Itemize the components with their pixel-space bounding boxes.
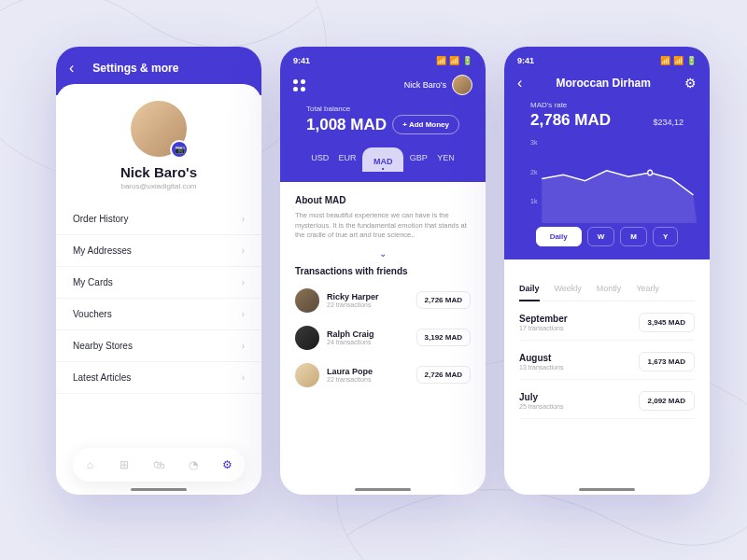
- currency-tab[interactable]: EUR: [335, 147, 360, 171]
- transaction-row[interactable]: Ricky Harper22 transactions2,726 MAD: [295, 282, 471, 319]
- status-icons: 📶📶🔋: [660, 56, 697, 65]
- home-indicator: [355, 488, 411, 491]
- currency-tab[interactable]: YEN: [433, 147, 458, 171]
- period-tab[interactable]: Weekly: [555, 284, 582, 293]
- settings-screen: ‹ Settings & more 📷 Nick Baro's baros@ux…: [56, 47, 261, 495]
- expand-icon[interactable]: ⌄: [295, 248, 471, 259]
- gear-icon[interactable]: ⚙: [221, 458, 234, 471]
- rate-usd: $234,12: [653, 118, 684, 127]
- period-tab[interactable]: Montly: [597, 284, 622, 293]
- home-indicator: [131, 488, 187, 491]
- about-title: About MAD: [295, 195, 471, 205]
- balance-screen: 9:41 📶📶🔋 Nick Baro's Total balance 1,008…: [280, 47, 486, 495]
- status-icons: 📶📶🔋: [436, 56, 472, 65]
- amount-badge: 2,092 MAD: [639, 391, 695, 411]
- list-item[interactable]: Vouchers›: [56, 299, 261, 330]
- amount-badge: 1,673 MAD: [639, 352, 695, 371]
- amount-badge: 3,192 MAD: [416, 329, 471, 346]
- transaction-row[interactable]: Laura Pope22 transactions2,726 MAD: [295, 357, 471, 394]
- transactions-list: Ricky Harper22 transactions2,726 MADRalp…: [295, 282, 471, 394]
- amount-badge: 2,726 MAD: [416, 366, 471, 384]
- avatar: [452, 75, 472, 95]
- month-row[interactable]: August13 transactions1,673 MAD: [519, 341, 695, 380]
- balance-value: 1,008 MAD: [306, 116, 387, 134]
- add-money-button[interactable]: + Add Money: [392, 115, 459, 134]
- about-description: The most beautiful experience we can hav…: [295, 211, 471, 241]
- chevron-right-icon: ›: [242, 341, 245, 351]
- content: 📷 Nick Baro's baros@uxiadigital.com Orde…: [56, 84, 261, 394]
- range-button[interactable]: W: [587, 227, 615, 246]
- transactions-title: Transactions with friends: [295, 266, 471, 276]
- status-bar: 9:41 📶📶🔋: [517, 56, 697, 65]
- rate-value: 2,786 MAD: [530, 111, 611, 130]
- status-time: 9:41: [517, 56, 534, 65]
- currency-tab[interactable]: MAD: [362, 147, 404, 172]
- balance-label: Total balance: [306, 105, 459, 113]
- period-tab[interactable]: Daily: [519, 284, 540, 293]
- bag-icon[interactable]: 🛍: [152, 458, 165, 471]
- page-title: Moroccan Dirham: [556, 77, 650, 90]
- chart-icon[interactable]: ◔: [187, 458, 200, 471]
- bottom-nav: ⌂ ⊞ 🛍 ◔ ⚙: [73, 448, 245, 482]
- home-indicator: [579, 488, 635, 491]
- chevron-right-icon: ›: [242, 309, 245, 319]
- header: 9:41 📶📶🔋 Nick Baro's Total balance 1,008…: [280, 47, 486, 182]
- amount-badge: 2,726 MAD: [416, 291, 471, 309]
- page-title: Settings & more: [92, 62, 178, 75]
- months-list: September17 transactions3,945 MADAugust1…: [519, 301, 695, 419]
- range-button[interactable]: M: [620, 227, 647, 246]
- gear-icon[interactable]: ⚙: [684, 76, 697, 91]
- month-row[interactable]: July25 transactions2,092 MAD: [519, 380, 695, 419]
- chevron-right-icon: ›: [242, 277, 245, 287]
- avatar[interactable]: 📷: [131, 101, 187, 157]
- currency-tab[interactable]: USD: [307, 147, 332, 171]
- status-bar: 9:41 📶📶🔋: [293, 56, 472, 65]
- header: 9:41 📶📶🔋 ‹ Moroccan Dirham ⚙ MAD's rate …: [504, 47, 710, 259]
- range-button[interactable]: Y: [653, 227, 678, 246]
- range-button[interactable]: Daily: [536, 227, 582, 246]
- rate-screen: 9:41 📶📶🔋 ‹ Moroccan Dirham ⚙ MAD's rate …: [504, 47, 710, 495]
- list-item[interactable]: Nearby Stores›: [56, 330, 261, 362]
- transaction-row[interactable]: Ralph Craig24 transactions3,192 MAD: [295, 319, 471, 357]
- avatar: [295, 326, 319, 350]
- chevron-right-icon: ›: [242, 214, 245, 224]
- menu-icon[interactable]: [293, 79, 305, 91]
- home-icon[interactable]: ⌂: [83, 458, 96, 471]
- content: DailyWeeklyMontlyYearly September17 tran…: [504, 271, 710, 432]
- rate-label: MAD's rate: [530, 101, 684, 109]
- status-time: 9:41: [293, 56, 310, 65]
- period-tab[interactable]: Yearly: [636, 284, 659, 293]
- back-icon[interactable]: ‹: [69, 60, 74, 77]
- grid-icon[interactable]: ⊞: [118, 458, 131, 471]
- currency-tabs: USDEURMADGBPYEN: [306, 147, 459, 171]
- avatar: [295, 363, 319, 387]
- currency-tab[interactable]: GBP: [406, 147, 431, 171]
- user-name: Nick Baro's: [56, 164, 261, 180]
- avatar: [295, 288, 319, 313]
- user-name: Nick Baro's: [404, 80, 446, 90]
- rate-chart: 3k2k1k: [517, 139, 697, 223]
- user-chip[interactable]: Nick Baro's: [404, 75, 472, 95]
- chevron-right-icon: ›: [242, 372, 245, 383]
- list-item[interactable]: My Addresses›: [56, 235, 261, 267]
- list-item[interactable]: My Cards›: [56, 267, 261, 299]
- user-email: baros@uxiadigital.com: [56, 182, 261, 190]
- svg-point-1: [648, 171, 651, 175]
- list-item[interactable]: Latest Articles›: [56, 362, 261, 394]
- list-item[interactable]: Order History›: [56, 203, 261, 235]
- month-row[interactable]: September17 transactions3,945 MAD: [519, 301, 695, 341]
- period-tabs: DailyWeeklyMontlyYearly: [519, 284, 695, 301]
- settings-list: Order History›My Addresses›My Cards›Vouc…: [56, 203, 261, 394]
- content: About MAD The most beautiful experience …: [280, 182, 486, 407]
- amount-badge: 3,945 MAD: [639, 313, 695, 332]
- range-segment: DailyWMY: [530, 227, 684, 246]
- back-icon[interactable]: ‹: [517, 75, 522, 91]
- chevron-right-icon: ›: [242, 245, 245, 256]
- camera-icon[interactable]: 📷: [170, 140, 189, 159]
